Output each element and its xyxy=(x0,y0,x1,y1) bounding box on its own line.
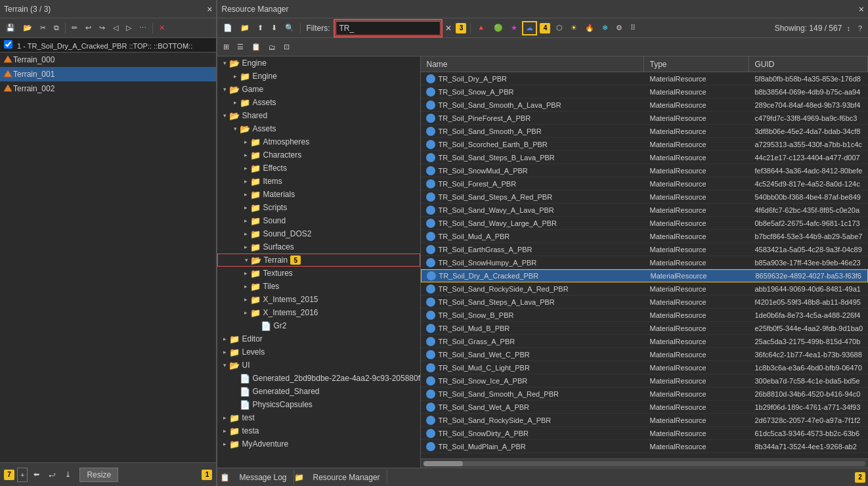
tab-message-log[interactable]: Message Log xyxy=(232,470,293,485)
content-row-24[interactable]: TR_Soil_Sand_Smooth_A_Red_PBRMaterialRes… xyxy=(421,387,868,401)
content-row-18[interactable]: TR_Soil_Snow_B_PBRMaterialResource1de0b6… xyxy=(421,309,868,322)
content-row-27[interactable]: TR_Soil_SnowDirty_A_PBRMaterialResource6… xyxy=(421,427,868,440)
content-row-12[interactable]: TR_Soil_Mud_A_PBRMaterialResourceb7bcf86… xyxy=(421,230,868,243)
rm-btn-4[interactable]: ⬇ xyxy=(268,21,280,35)
content-row-4[interactable]: TR_Soil_Sand_Smooth_A_PBRMaterialResourc… xyxy=(421,125,868,138)
content-row-21[interactable]: TR_Soil_Sand_Wet_C_PBRMaterialResource36… xyxy=(421,348,868,361)
tree-item-23[interactable]: ▾📂UI xyxy=(217,359,420,372)
col-header-name[interactable]: Name xyxy=(421,56,644,72)
tree-item-22[interactable]: ▸📁Levels xyxy=(217,345,420,359)
content-row-23[interactable]: TR_Soil_Snow_Ice_A_PBRMaterialResource30… xyxy=(421,374,868,387)
tree-item-13[interactable]: ▸📁Sound_DOS2 xyxy=(217,227,420,240)
tree-item-15[interactable]: ▾📂Terrain5 xyxy=(217,254,420,267)
rm-filter-btn-7[interactable]: 🔥 xyxy=(582,21,597,35)
toolbar-btn-nav1[interactable]: ◁ xyxy=(110,21,121,35)
rm-filter-btn-3[interactable]: ★ xyxy=(508,21,521,35)
bottom-btn-fwd[interactable]: ⮐ xyxy=(45,468,59,482)
rm-btn-2[interactable]: 📁 xyxy=(237,21,253,35)
filter-input[interactable] xyxy=(336,21,441,35)
rm-btn-3[interactable]: ⬆ xyxy=(254,21,267,35)
tree-item-11[interactable]: ▸📁Scripts xyxy=(217,201,420,214)
tree-item-8[interactable]: ▸📁Effects xyxy=(217,162,420,175)
rm-help-btn[interactable]: ? xyxy=(855,21,865,35)
col-header-type[interactable]: Type xyxy=(644,56,749,72)
rm-filter-btn-9[interactable]: ⚙ xyxy=(613,21,626,35)
rm-filter-btn-8[interactable]: ❄ xyxy=(599,21,611,35)
tree-item-2[interactable]: ▾📂Game xyxy=(217,83,420,96)
tree-item-1[interactable]: ▸📁Engine xyxy=(217,70,420,83)
tree-item-14[interactable]: ▸📁Surfaces xyxy=(217,240,420,254)
tree-item-5[interactable]: ▾📂Assets xyxy=(217,122,420,135)
toolbar-btn-delete[interactable]: ✕ xyxy=(156,21,168,35)
rm-filter-btn-4[interactable]: ☁ xyxy=(522,21,537,35)
tree-item-10[interactable]: ▸📁Materials xyxy=(217,188,420,201)
content-row-19[interactable]: TR_Soil_Mud_B_PBRMaterialResourcee25fb0f… xyxy=(421,322,868,335)
content-row-10[interactable]: TR_Soil_Sand_Wavy_A_Lava_PBRMaterialReso… xyxy=(421,204,868,217)
tree-item-21[interactable]: ▸📁Editor xyxy=(217,332,420,345)
tree-item-7[interactable]: ▸📁Characters xyxy=(217,148,420,162)
content-row-14[interactable]: TR_Soil_SnowHumpy_A_PBRMaterialResourceb… xyxy=(421,256,868,269)
content-row-2[interactable]: TR_Soil_Sand_Smooth_A_Lava_PBRMaterialRe… xyxy=(421,99,868,112)
rm-view-btn-1[interactable]: ⊞ xyxy=(220,40,232,55)
tree-item-9[interactable]: ▸📁Items xyxy=(217,175,420,188)
content-row-7[interactable]: TR_Soil_SnowMud_A_PBRMaterialResourcefef… xyxy=(421,164,868,177)
toolbar-btn-open[interactable]: 📂 xyxy=(20,21,35,35)
content-row-13[interactable]: TR_Soil_EarthGrass_A_PBRMaterialResource… xyxy=(421,243,868,256)
rm-view-btn-4[interactable]: 🗂 xyxy=(265,40,279,55)
content-row-8[interactable]: TR_Soil_Forest_A_PBRMaterialResource4c52… xyxy=(421,177,868,190)
content-row-20[interactable]: TR_Soil_Grass_A_PBRMaterialResource25ac5… xyxy=(421,335,868,348)
content-row-28[interactable]: TR_Soil_MudPlain_A_PBRMaterialResource8b… xyxy=(421,440,868,453)
terrain-item-1[interactable]: Terrain_001 xyxy=(0,67,216,81)
tree-item-18[interactable]: ▸📁X_Intems_2015 xyxy=(217,293,420,306)
toolbar-btn-redo[interactable]: ↪ xyxy=(96,21,108,35)
rm-close-button[interactable]: × xyxy=(859,4,864,14)
toolbar-btn-save[interactable]: 💾 xyxy=(3,21,18,35)
tree-item-19[interactable]: ▸📁X_Intems_2016 xyxy=(217,306,420,319)
toolbar-btn-nav2[interactable]: ▷ xyxy=(123,21,135,35)
horizontal-scrollbar[interactable] xyxy=(423,461,865,466)
bottom-btn-save2[interactable]: ⤓ xyxy=(62,468,74,482)
tree-item-20[interactable]: 📄Gr2 xyxy=(217,319,420,332)
toolbar-btn-copy[interactable]: ⧉ xyxy=(51,21,62,35)
content-row-6[interactable]: TR_Soil_Sand_Steps_B_Lava_PBRMaterialRes… xyxy=(421,151,868,164)
tree-item-3[interactable]: ▸📁Assets xyxy=(217,96,420,109)
tree-item-16[interactable]: ▸📁Textures xyxy=(217,267,420,280)
content-row-22[interactable]: TR_Soil_Mud_C_Light_PBRMaterialResource1… xyxy=(421,361,868,374)
tree-item-25[interactable]: 📄Generated_Shared xyxy=(217,385,420,398)
tree-item-24[interactable]: 📄Generated_2bd9bdbe-22ae-4aa2-9c93-20588… xyxy=(217,372,420,385)
bottom-btn-add[interactable]: + xyxy=(17,468,28,482)
content-row-25[interactable]: TR_Soil_Sand_Wet_A_PBRMaterialResource1b… xyxy=(421,401,868,414)
content-row-3[interactable]: TR_Soil_PineForest_A_PBRMaterialResource… xyxy=(421,112,868,125)
content-row-15[interactable]: TR_Soil_Dry_A_Cracked_PBRMaterialResourc… xyxy=(421,269,868,282)
toolbar-btn-undo[interactable]: ↩ xyxy=(82,21,95,35)
horizontal-scrollbar-thumb[interactable] xyxy=(423,461,463,466)
resize-button[interactable]: Resize xyxy=(79,468,118,482)
tab-resource-manager[interactable]: Resource Manager xyxy=(307,470,387,485)
rm-btn-5[interactable]: 🔍 xyxy=(282,21,297,35)
terrain-checkbox[interactable] xyxy=(4,40,12,49)
tree-item-12[interactable]: ▸📁Sound xyxy=(217,214,420,227)
terrain-item-0[interactable]: Terrain_000 xyxy=(0,53,216,67)
content-row-16[interactable]: TR_Soil_Sand_RockySide_A_Red_PBRMaterial… xyxy=(421,282,868,296)
tree-item-6[interactable]: ▸📁Atmospheres xyxy=(217,135,420,148)
tree-item-26[interactable]: 📄PhysicsCapsules xyxy=(217,398,420,411)
content-row-9[interactable]: TR_Soil_Sand_Steps_A_Red_PBRMaterialReso… xyxy=(421,190,868,204)
rm-view-btn-2[interactable]: ☰ xyxy=(234,40,247,55)
tree-item-28[interactable]: ▸📁testa xyxy=(217,424,420,437)
content-row-1[interactable]: TR_Soil_Snow_A_PBRMaterialResourceb8b385… xyxy=(421,85,868,99)
rm-filter-btn-1[interactable]: 🔺 xyxy=(473,21,489,35)
tree-item-29[interactable]: ▸📁MyAdventure xyxy=(217,437,420,451)
rm-view-btn-3[interactable]: 📋 xyxy=(248,40,264,55)
tree-item-27[interactable]: ▸📁test xyxy=(217,411,420,424)
content-row-5[interactable]: TR_Soil_Scorched_Earth_B_PBRMaterialReso… xyxy=(421,138,868,151)
rm-filter-btn-2[interactable]: 🟢 xyxy=(490,21,506,35)
content-row-26[interactable]: TR_Soil_Sand_RockySide_A_PBRMaterialReso… xyxy=(421,414,868,427)
toolbar-btn-cut[interactable]: ✂ xyxy=(37,21,49,35)
filter-clear-button[interactable]: ✕ xyxy=(444,24,453,33)
terrain-close-button[interactable]: × xyxy=(207,4,212,14)
content-row-11[interactable]: TR_Soil_Sand_Wavy_Large_A_PBRMaterialRes… xyxy=(421,217,868,230)
rm-btn-1[interactable]: 📄 xyxy=(220,21,236,35)
toolbar-btn-edit[interactable]: ✏ xyxy=(68,21,81,35)
tree-item-17[interactable]: ▸📁Tiles xyxy=(217,280,420,293)
rm-view-btn-5[interactable]: ⊡ xyxy=(280,40,293,55)
